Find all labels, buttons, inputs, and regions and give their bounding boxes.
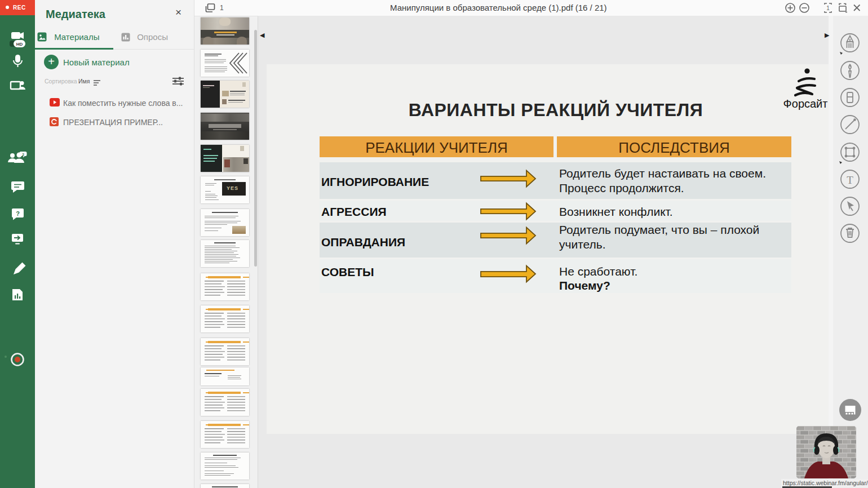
svg-text:HD: HD xyxy=(16,42,23,47)
svg-text:1: 1 xyxy=(826,5,830,11)
svg-text:?: ? xyxy=(16,210,20,217)
svg-text:2: 2 xyxy=(22,152,24,157)
